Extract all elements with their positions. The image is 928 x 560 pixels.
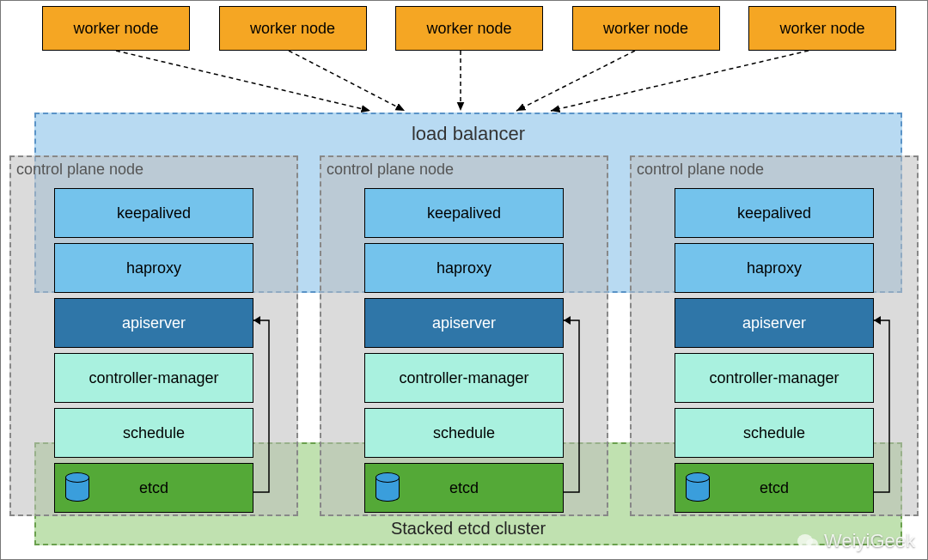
etcd-to-apiserver-arrow — [253, 303, 274, 509]
worker-label: worker node — [250, 20, 335, 38]
haproxy-box: haproxy — [675, 243, 874, 293]
controller-manager-label: controller-manager — [399, 369, 528, 387]
etcd-box: etcd — [54, 463, 253, 513]
keepalived-label: keepalived — [117, 204, 191, 222]
watermark: WeiyiGeek — [797, 530, 915, 552]
schedule-box: schedule — [675, 408, 874, 458]
haproxy-label: haproxy — [747, 259, 802, 277]
apiserver-box: apiserver — [54, 298, 253, 348]
control-plane-title: control plane node — [16, 161, 143, 179]
wechat-icon — [797, 532, 819, 551]
etcd-label: etcd — [449, 479, 479, 497]
control-plane-node: control plane node keepalived haproxy ap… — [9, 155, 298, 516]
control-plane-node: control plane node keepalived haproxy ap… — [630, 155, 919, 516]
schedule-label: schedule — [123, 424, 185, 442]
svg-line-4 — [551, 51, 809, 111]
load-balancer-label: load balancer — [36, 123, 901, 145]
database-icon — [65, 472, 88, 502]
schedule-label: schedule — [743, 424, 805, 442]
worker-label: worker node — [779, 20, 864, 38]
worker-node: worker node — [572, 6, 720, 51]
control-plane-title: control plane node — [327, 161, 454, 179]
worker-node: worker node — [395, 6, 543, 51]
controller-manager-box: controller-manager — [54, 353, 253, 403]
keepalived-box: keepalived — [364, 188, 564, 238]
control-plane-row: control plane node keepalived haproxy ap… — [9, 155, 919, 516]
apiserver-label: apiserver — [742, 314, 806, 332]
schedule-box: schedule — [364, 408, 564, 458]
component-stack: keepalived haproxy apiserver controller-… — [675, 188, 874, 513]
haproxy-label: haproxy — [126, 259, 181, 277]
etcd-label: etcd — [760, 479, 789, 497]
component-stack: keepalived haproxy apiserver controller-… — [54, 188, 253, 513]
svg-line-0 — [116, 51, 370, 111]
worker-node: worker node — [219, 6, 367, 51]
worker-node: worker node — [748, 6, 896, 51]
database-icon — [375, 472, 398, 502]
worker-node: worker node — [42, 6, 190, 51]
controller-manager-label: controller-manager — [89, 369, 218, 387]
control-plane-node: control plane node keepalived haproxy ap… — [320, 155, 608, 516]
etcd-to-apiserver-arrow — [564, 303, 584, 509]
database-icon — [686, 472, 708, 502]
svg-point-6 — [806, 539, 818, 549]
keepalived-box: keepalived — [675, 188, 874, 238]
control-plane-title: control plane node — [637, 161, 764, 179]
svg-line-3 — [516, 51, 635, 111]
etcd-to-apiserver-arrow — [874, 303, 894, 509]
haproxy-box: haproxy — [54, 243, 253, 293]
apiserver-label: apiserver — [432, 314, 496, 332]
svg-line-1 — [289, 51, 405, 111]
etcd-box: etcd — [364, 463, 564, 513]
schedule-label: schedule — [433, 424, 495, 442]
keepalived-label: keepalived — [427, 204, 501, 222]
worker-label: worker node — [603, 20, 688, 38]
worker-row: worker node worker node worker node work… — [42, 6, 896, 51]
component-stack: keepalived haproxy apiserver controller-… — [364, 188, 564, 513]
keepalived-label: keepalived — [737, 204, 811, 222]
watermark-text: WeiyiGeek — [824, 530, 915, 552]
controller-manager-label: controller-manager — [709, 369, 839, 387]
keepalived-box: keepalived — [54, 188, 253, 238]
worker-label: worker node — [73, 20, 158, 38]
apiserver-label: apiserver — [122, 314, 186, 332]
etcd-box: etcd — [675, 463, 874, 513]
etcd-cluster-label: Stacked etcd cluster — [36, 519, 901, 539]
etcd-label: etcd — [139, 479, 168, 497]
apiserver-box: apiserver — [364, 298, 564, 348]
diagram-canvas: worker node worker node worker node work… — [0, 0, 928, 560]
haproxy-box: haproxy — [364, 243, 564, 293]
schedule-box: schedule — [54, 408, 253, 458]
apiserver-box: apiserver — [675, 298, 874, 348]
worker-label: worker node — [426, 20, 511, 38]
controller-manager-box: controller-manager — [364, 353, 564, 403]
haproxy-label: haproxy — [437, 259, 491, 277]
controller-manager-box: controller-manager — [675, 353, 874, 403]
